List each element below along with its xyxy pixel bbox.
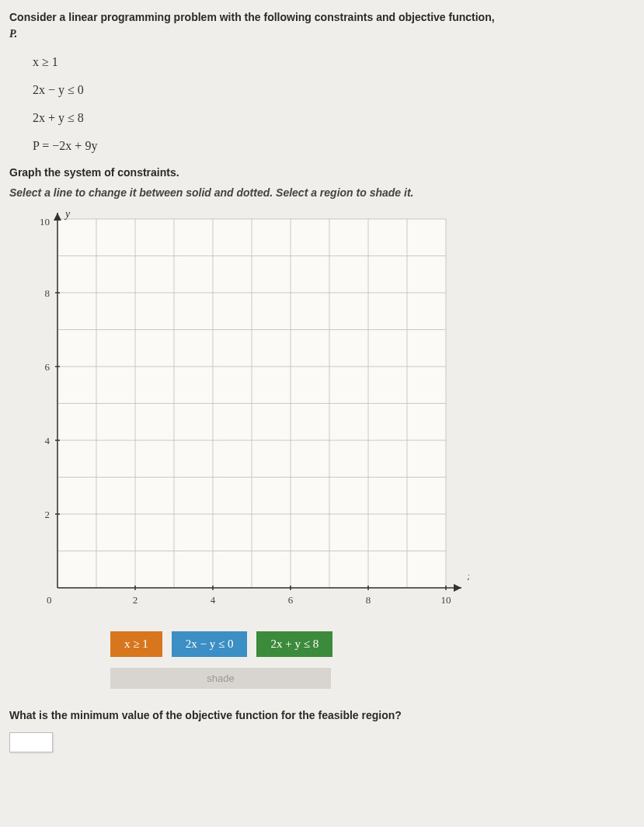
- ytick-10: 10: [40, 216, 50, 228]
- origin-label: 0: [47, 594, 52, 606]
- xtick-2: 2: [133, 594, 138, 606]
- ytick-4: 4: [45, 435, 50, 447]
- constraint-2: 2x − y ≤ 0: [33, 81, 635, 99]
- ytick-2: 2: [45, 509, 50, 520]
- graph-area[interactable]: 2 4 6 8 10 2 4 6 8 10 0 x y: [19, 211, 635, 617]
- coordinate-grid[interactable]: 2 4 6 8 10 2 4 6 8 10 0 x y: [19, 211, 469, 615]
- shade-button[interactable]: shade: [110, 668, 331, 689]
- y-axis-label: y: [64, 211, 71, 220]
- constraints-block: x ≥ 1 2x − y ≤ 0 2x + y ≤ 8 P = −2x + 9y: [33, 53, 635, 155]
- constraint-buttons: x ≥ 1 2x − y ≤ 0 2x + y ≤ 8: [110, 631, 635, 657]
- intro-text: Consider a linear programming problem wi…: [9, 11, 495, 23]
- objective-function: P = −2x + 9y: [33, 137, 635, 155]
- problem-intro: Consider a linear programming problem wi…: [9, 9, 635, 42]
- ytick-6: 6: [45, 361, 50, 373]
- answer-input[interactable]: [9, 732, 53, 752]
- final-question: What is the minimum value of the objecti…: [9, 709, 635, 721]
- xtick-8: 8: [366, 594, 371, 606]
- svg-marker-25: [454, 584, 461, 592]
- ytick-8: 8: [45, 287, 50, 299]
- xtick-10: 10: [441, 594, 451, 606]
- xtick-4: 4: [211, 594, 216, 606]
- constraint-button-3[interactable]: 2x + y ≤ 8: [256, 631, 332, 657]
- select-instruction: Select a line to change it between solid…: [9, 186, 635, 199]
- constraint-1: x ≥ 1: [33, 53, 635, 71]
- x-axis-label: x: [467, 571, 469, 582]
- constraint-button-1[interactable]: x ≥ 1: [110, 631, 162, 657]
- constraint-3: 2x + y ≤ 8: [33, 109, 635, 127]
- xtick-6: 6: [288, 594, 294, 606]
- constraint-button-2[interactable]: 2x − y ≤ 0: [172, 631, 248, 657]
- graph-instruction: Graph the system of constraints.: [9, 166, 635, 179]
- intro-var: P.: [9, 28, 17, 40]
